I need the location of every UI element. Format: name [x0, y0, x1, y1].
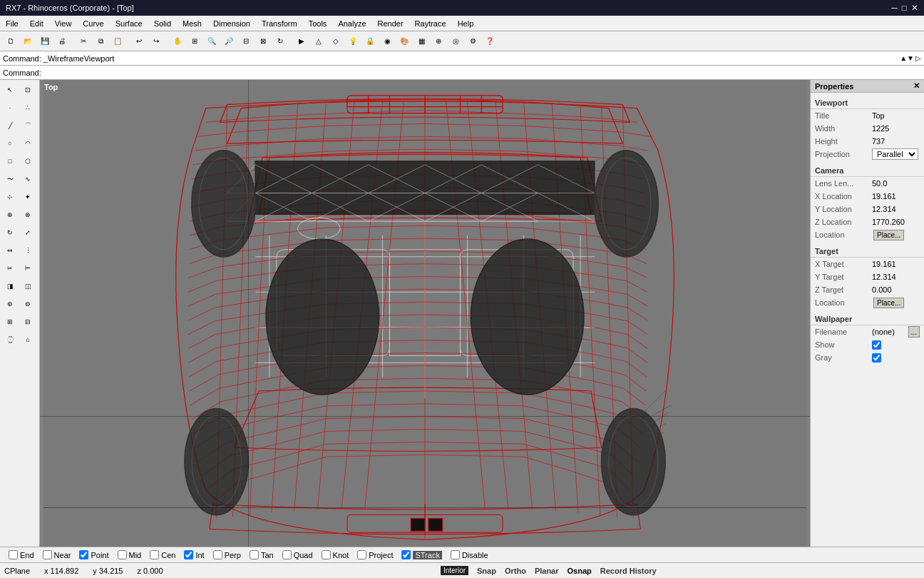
menu-file[interactable]: File: [0, 16, 24, 31]
snap-point[interactable]: Point: [75, 550, 113, 559]
layer-btn[interactable]: ⊕: [431, 34, 446, 49]
wallpaper-show-checkbox[interactable]: [872, 340, 881, 350]
scale-btn[interactable]: ⤢: [19, 224, 36, 241]
viewport[interactable]: Top: [40, 80, 810, 547]
array-btn[interactable]: ⋮: [19, 242, 36, 259]
snap-tan[interactable]: Tan: [245, 550, 278, 559]
snap-perp[interactable]: Perp: [209, 550, 245, 559]
settings-btn[interactable]: ⚙: [465, 34, 481, 49]
interp-btn[interactable]: ∿: [19, 171, 36, 188]
zoom-sel-btn[interactable]: ⊟: [238, 34, 254, 49]
zoom-all-btn[interactable]: ⊠: [255, 34, 271, 49]
properties-close[interactable]: ✕: [913, 81, 920, 91]
snap-toggle[interactable]: Snap: [477, 567, 496, 575]
minimize-btn[interactable]: ─: [891, 3, 898, 13]
menu-tools[interactable]: Tools: [303, 16, 333, 31]
light-btn[interactable]: 💡: [345, 34, 361, 49]
history-btn[interactable]: ⌚: [1, 331, 19, 348]
extend-btn[interactable]: ⊢: [19, 260, 36, 277]
multipoint-btn[interactable]: ∴: [19, 99, 36, 116]
menu-solid[interactable]: Solid: [148, 16, 177, 31]
cmd-scroll-up[interactable]: ▲: [900, 54, 907, 62]
menu-curve[interactable]: Curve: [77, 16, 109, 31]
display-btn[interactable]: ◎: [448, 34, 463, 49]
shade-btn[interactable]: ◨: [1, 278, 19, 295]
render-view-btn[interactable]: ◫: [19, 278, 36, 295]
menu-help[interactable]: Help: [452, 16, 480, 31]
target-location-row[interactable]: Location Place...: [811, 296, 924, 309]
snap-mid[interactable]: Mid: [113, 550, 146, 559]
polygon-btn[interactable]: ⬡: [19, 153, 36, 170]
camera-location-row[interactable]: Location Place...: [811, 228, 924, 241]
edit-pts-btn[interactable]: ✦: [19, 188, 36, 206]
trim-btn[interactable]: ✂: [1, 260, 19, 277]
freeform-btn[interactable]: 〜: [1, 171, 19, 188]
rotate-obj-btn[interactable]: ↻: [1, 224, 19, 241]
copy-btn[interactable]: ⧉: [93, 34, 108, 49]
viewport-projection-select[interactable]: Parallel Perspective: [872, 148, 918, 160]
pan-btn[interactable]: ✋: [170, 34, 185, 49]
snap-strack[interactable]: STrack: [397, 550, 446, 559]
open-btn[interactable]: 📂: [20, 34, 36, 49]
snap-knot[interactable]: Knot: [317, 550, 354, 559]
menu-raytrace[interactable]: Raytrace: [409, 16, 452, 31]
move-btn[interactable]: ⊕: [1, 206, 19, 223]
zoom-ext-btn[interactable]: ⊞: [187, 34, 202, 49]
mirror-btn[interactable]: ⇔: [1, 242, 19, 259]
titlebar-controls[interactable]: ─ □ ✕: [891, 3, 918, 13]
ortho-toggle[interactable]: Ortho: [505, 567, 526, 575]
snap-int[interactable]: Int: [180, 550, 208, 559]
color-btn[interactable]: 🎨: [396, 34, 412, 49]
menu-analyze[interactable]: Analyze: [332, 16, 371, 31]
lock-btn[interactable]: 🔒: [362, 34, 378, 49]
select-btn[interactable]: ↖: [1, 81, 19, 98]
cage-btn[interactable]: ⊞: [1, 313, 19, 330]
command-bar[interactable]: Command:: [0, 66, 924, 80]
cmd-expand[interactable]: ▷: [915, 54, 921, 62]
snap-end[interactable]: End: [4, 550, 38, 559]
pline-btn[interactable]: ⌒: [19, 117, 36, 134]
camera-place-btn[interactable]: Place...: [873, 230, 904, 240]
menu-surface[interactable]: Surface: [110, 16, 148, 31]
wallpaper-gray-checkbox[interactable]: [872, 353, 881, 362]
transform2-btn[interactable]: ⊜: [19, 295, 36, 313]
menu-mesh[interactable]: Mesh: [177, 16, 207, 31]
new-btn[interactable]: 🗋: [3, 34, 19, 49]
material-btn[interactable]: ◉: [379, 34, 395, 49]
menu-dimension[interactable]: Dimension: [207, 16, 256, 31]
rect-btn[interactable]: □: [1, 153, 19, 170]
snap-disable[interactable]: Disable: [446, 550, 493, 559]
redo-btn[interactable]: ↪: [148, 34, 164, 49]
texture-btn[interactable]: ▦: [414, 34, 429, 49]
paste-btn[interactable]: 📋: [110, 34, 125, 49]
undo-btn[interactable]: ↩: [131, 34, 147, 49]
menu-transform[interactable]: Transform: [256, 16, 303, 31]
target-place-btn[interactable]: Place...: [873, 298, 904, 308]
snap-cen[interactable]: Cen: [145, 550, 180, 559]
osnap-toggle[interactable]: Osnap: [568, 567, 592, 575]
gumball-btn[interactable]: ⊛: [1, 295, 19, 313]
menu-edit[interactable]: Edit: [24, 16, 49, 31]
mesh-btn[interactable]: △: [311, 34, 327, 49]
help-btn[interactable]: ❓: [482, 34, 498, 49]
snap-project[interactable]: Project: [353, 550, 397, 559]
cmd-scroll-dn[interactable]: ▼: [907, 54, 914, 62]
surface-btn[interactable]: ◇: [328, 34, 344, 49]
close-btn[interactable]: ✕: [911, 3, 918, 13]
menu-render[interactable]: Render: [372, 16, 409, 31]
wireframe-viewport[interactable]: x y: [40, 80, 810, 547]
cut-btn[interactable]: ✂: [76, 34, 91, 49]
snap-quad[interactable]: Quad: [278, 550, 317, 559]
wallpaper-gray-row[interactable]: Gray: [811, 351, 924, 364]
maximize-btn[interactable]: □: [902, 3, 907, 13]
save-btn[interactable]: 💾: [37, 34, 53, 49]
planar-toggle[interactable]: Planar: [535, 567, 559, 575]
command-input[interactable]: [44, 69, 921, 77]
rotate-btn[interactable]: ↻: [272, 34, 288, 49]
viewport-projection-row[interactable]: Projection Parallel Perspective: [811, 148, 924, 161]
softedit-btn[interactable]: ⊟: [19, 313, 36, 330]
wallpaper-browse-btn[interactable]: ...: [908, 326, 920, 338]
line-btn[interactable]: ╱: [1, 117, 19, 134]
ctrl-pts-btn[interactable]: ⊹: [1, 188, 19, 206]
print-btn[interactable]: 🖨: [54, 34, 70, 49]
